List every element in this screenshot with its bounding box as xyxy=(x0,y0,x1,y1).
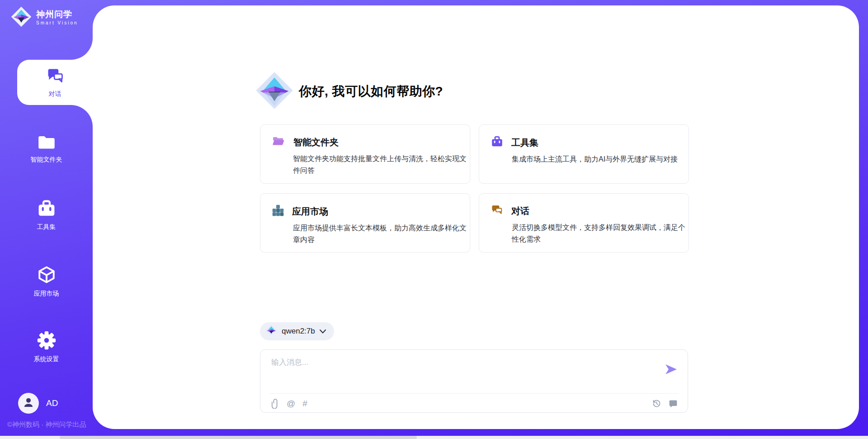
user-initials: AD xyxy=(46,398,58,408)
card-description: 集成市场上主流工具，助力AI与外界无缝扩展与对接 xyxy=(512,153,689,165)
person-icon xyxy=(22,396,35,411)
history-icon[interactable] xyxy=(652,399,661,408)
message-input[interactable] xyxy=(271,357,660,387)
sidebar-item-folders[interactable]: 智能文件夹 xyxy=(0,134,93,164)
chat-icon xyxy=(46,67,64,87)
app-logo-icon xyxy=(11,6,32,29)
card-title: 应用市场 xyxy=(292,205,328,218)
card-title: 工具集 xyxy=(511,137,538,149)
tab-curve-bottom xyxy=(71,105,93,127)
user-profile[interactable]: AD xyxy=(18,393,58,414)
card-title: 智能文件夹 xyxy=(293,136,339,148)
send-icon[interactable] xyxy=(664,363,678,377)
cube-grid-icon xyxy=(272,205,284,218)
input-toolbar-right xyxy=(652,399,678,408)
card-description: 应用市场提供丰富长文本模板，助力高效生成多样化文章内容 xyxy=(293,222,470,246)
chat-bubbles-icon xyxy=(491,205,503,218)
card-app-market[interactable]: 应用市场 应用市场提供丰富长文本模板，助力高效生成多样化文章内容 xyxy=(260,193,470,253)
sidebar-item-settings[interactable]: 系统设置 xyxy=(0,331,93,363)
chat-input-box: @ # xyxy=(260,349,688,413)
model-selector[interactable]: qwen2:7b xyxy=(260,322,334,340)
at-icon[interactable]: @ xyxy=(287,399,295,409)
greeting-logo-icon xyxy=(255,72,293,111)
app-name: 神州问学 xyxy=(36,10,78,19)
model-logo-icon xyxy=(265,324,277,338)
cube-icon xyxy=(37,265,56,286)
folder-icon xyxy=(37,134,56,152)
sidebar-item-label: 智能文件夹 xyxy=(31,156,62,164)
sidebar-item-label: 对话 xyxy=(49,90,61,98)
greeting: 你好, 我可以如何帮助你? xyxy=(255,72,443,111)
input-toolbar-left: @ # xyxy=(271,399,307,409)
horizontal-scrollbar[interactable] xyxy=(0,436,868,439)
sidebar-item-label: 工具集 xyxy=(37,223,56,231)
app-subtitle: Smart Vision xyxy=(36,20,78,25)
card-chat[interactable]: 对话 灵活切换多模型文件，支持多样回复效果调试，满足个性化需求 xyxy=(479,193,689,253)
feature-cards: 智能文件夹 智能文件夹功能支持批量文件上传与清洗，轻松实现文件问答 工具集 集成… xyxy=(260,124,689,253)
card-smart-folder[interactable]: 智能文件夹 智能文件夹功能支持批量文件上传与清洗，轻松实现文件问答 xyxy=(260,124,470,184)
chat-bubble-icon[interactable] xyxy=(669,399,678,408)
chevron-down-icon xyxy=(320,327,326,335)
card-toolset[interactable]: 工具集 集成市场上主流工具，助力AI与外界无缝扩展与对接 xyxy=(479,124,689,184)
copyright-text: ©神州数码 · 神州问学出品 xyxy=(7,420,86,429)
folder-open-icon xyxy=(272,136,285,149)
tab-curve-top xyxy=(71,38,93,60)
briefcase-icon xyxy=(37,200,56,220)
card-title: 对话 xyxy=(511,205,529,217)
sidebar-item-chat[interactable]: 对话 xyxy=(17,60,93,105)
input-divider xyxy=(269,393,679,394)
sidebar-item-tools[interactable]: 工具集 xyxy=(0,200,93,231)
model-name: qwen2:7b xyxy=(282,327,315,336)
scrollbar-thumb[interactable] xyxy=(60,436,417,439)
sidebar-item-label: 系统设置 xyxy=(34,355,59,363)
card-description: 灵活切换多模型文件，支持多样回复效果调试，满足个性化需求 xyxy=(512,222,689,245)
briefcase-icon xyxy=(491,136,503,149)
sidebar-item-label: 应用市场 xyxy=(34,290,59,298)
gear-icon xyxy=(37,331,56,352)
app-logo: 神州问学 Smart Vision xyxy=(11,6,78,29)
avatar xyxy=(18,393,39,414)
greeting-title: 你好, 我可以如何帮助你? xyxy=(299,83,443,100)
hash-icon[interactable]: # xyxy=(302,399,307,409)
card-description: 智能文件夹功能支持批量文件上传与清洗，轻松实现文件问答 xyxy=(293,153,470,177)
paperclip-icon[interactable] xyxy=(271,399,279,409)
main-content: 你好, 我可以如何帮助你? 智能文件夹 智能文件夹功能支持批量文件上传与清洗，轻… xyxy=(93,5,859,429)
sidebar-item-market[interactable]: 应用市场 xyxy=(0,265,93,298)
